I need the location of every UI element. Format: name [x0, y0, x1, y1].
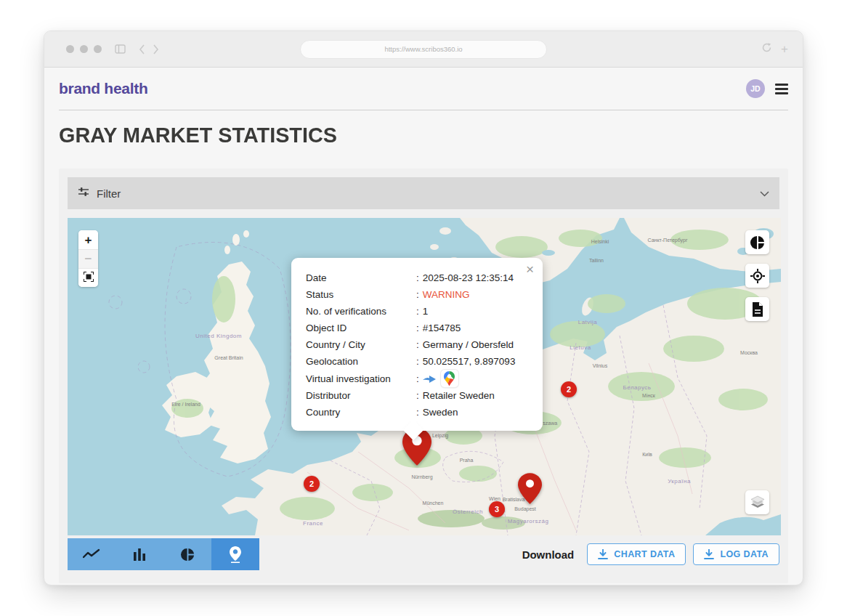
- tab-pie-chart[interactable]: [163, 538, 211, 570]
- bar-chart-icon: [133, 548, 146, 561]
- report-button[interactable]: [745, 297, 769, 321]
- cluster-marker[interactable]: 3: [489, 501, 505, 517]
- popup-row: Country / City:Germany / Obersfeld: [306, 336, 528, 353]
- popup-row: Status:WARNING: [306, 286, 528, 303]
- google-maps-icon[interactable]: [441, 370, 458, 387]
- tab-map-view[interactable]: [211, 538, 259, 570]
- download-log-data-button[interactable]: LOG DATA: [693, 543, 779, 565]
- page-content: brand health JD GRAY MARKET STATISTICS F…: [44, 68, 803, 585]
- map[interactable]: United KingdomGreat BritainEire / Irelan…: [68, 218, 781, 535]
- line-chart-icon: [83, 548, 100, 560]
- download-label: Download: [522, 548, 575, 561]
- tab-line-chart[interactable]: [68, 538, 115, 570]
- browser-chrome: +: [44, 31, 803, 68]
- menu-icon[interactable]: [775, 84, 788, 94]
- popup-value: Sweden: [423, 404, 458, 421]
- popup-value: 1: [423, 303, 429, 320]
- popup-row: Distributor:Retailer Sweden: [306, 387, 528, 404]
- map-zoom-control: + −: [78, 230, 98, 287]
- popup-row: No. of verifications:1: [306, 303, 528, 320]
- filter-label: Filter: [97, 187, 121, 200]
- chevron-down-icon[interactable]: [760, 187, 769, 200]
- new-tab-icon[interactable]: +: [781, 43, 788, 55]
- layers-button[interactable]: [745, 490, 769, 514]
- popup-row: Country:Sweden: [306, 404, 528, 421]
- popup-value: 50.025517, 9.897093: [423, 353, 516, 370]
- pie-overlay-button[interactable]: [745, 230, 769, 254]
- chart-toolbar: Download CHART DATA LOG DATA: [68, 538, 779, 570]
- chart-type-tabs: [68, 538, 259, 570]
- zoom-in-button[interactable]: +: [78, 230, 98, 249]
- download-chart-data-button[interactable]: CHART DATA: [587, 543, 686, 565]
- filter-icon: [78, 187, 89, 200]
- site-header: brand health JD: [59, 68, 788, 110]
- popup-row: Virtual investigation:: [306, 370, 528, 387]
- cluster-marker[interactable]: 2: [304, 476, 320, 492]
- tab-bar-chart[interactable]: [115, 538, 163, 570]
- browser-window: + brand health JD GRAY MARKET STATISTICS…: [44, 31, 803, 585]
- popup-row: Object ID:#154785: [306, 320, 528, 336]
- statistics-panel: Filter: [59, 169, 788, 583]
- download-icon: [704, 549, 714, 559]
- page-title: GRAY MARKET STATISTICS: [59, 123, 759, 147]
- document-icon: [752, 302, 763, 317]
- traffic-lights[interactable]: [66, 45, 102, 53]
- download-group: Download CHART DATA LOG DATA: [522, 543, 779, 565]
- marker-popup: × Date:2025-08-23 12:35:14Status:WARNING…: [291, 258, 543, 431]
- brand-logo: brand health: [59, 80, 147, 97]
- popup-row: Geolocation:50.025517, 9.897093: [306, 353, 528, 370]
- popup-row: Date:2025-08-23 12:35:14: [306, 270, 528, 286]
- window-panel-icon[interactable]: [115, 44, 126, 54]
- avatar[interactable]: JD: [746, 79, 765, 98]
- pie-chart-icon: [750, 235, 765, 250]
- popup-value: Germany / Obersfeld: [423, 336, 514, 353]
- filter-bar[interactable]: Filter: [68, 177, 779, 209]
- back-icon[interactable]: [139, 44, 145, 54]
- popup-value: #154785: [423, 320, 461, 336]
- map-pin-icon: [230, 546, 241, 563]
- url-bar[interactable]: [300, 40, 547, 59]
- download-icon: [598, 549, 608, 559]
- refresh-icon[interactable]: [761, 42, 772, 56]
- popup-value: Retailer Sweden: [423, 387, 495, 404]
- status-value: WARNING: [423, 286, 470, 303]
- cluster-marker[interactable]: 2: [561, 381, 577, 397]
- pie-chart-icon: [181, 548, 195, 562]
- zoom-out-button[interactable]: −: [78, 249, 98, 268]
- layers-icon: [750, 495, 766, 510]
- pin-marker[interactable]: [518, 473, 542, 507]
- arrow-link-icon[interactable]: [423, 374, 436, 384]
- crosshair-icon: [750, 269, 765, 283]
- locate-button[interactable]: [745, 264, 769, 288]
- fullscreen-button[interactable]: [78, 268, 98, 287]
- forward-icon[interactable]: [153, 44, 159, 54]
- popup-value: 2025-08-23 12:35:14: [423, 270, 514, 286]
- close-icon[interactable]: ×: [526, 262, 534, 276]
